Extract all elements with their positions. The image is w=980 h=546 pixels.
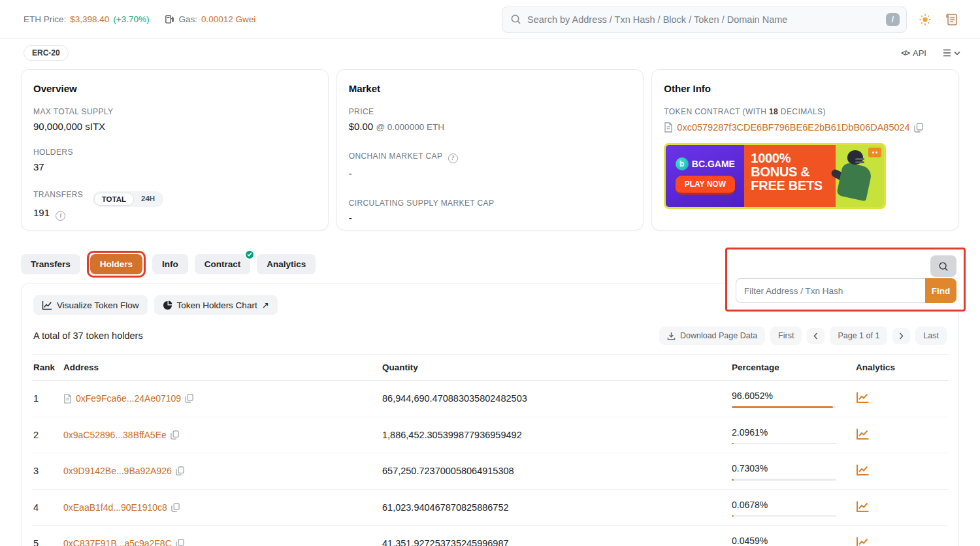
- circulating-cap-label: CIRCULATING SUPPLY MARKET CAP: [349, 199, 632, 208]
- tab-contract[interactable]: Contract: [195, 254, 251, 274]
- annotation-box-filter: Find: [725, 248, 966, 312]
- analytics-chart-button[interactable]: [856, 464, 870, 476]
- copy-address-button[interactable]: [914, 123, 923, 133]
- theme-toggle-button[interactable]: [917, 12, 933, 27]
- question-icon[interactable]: ?: [448, 153, 458, 163]
- eth-price-label: ETH Price:: [24, 14, 66, 24]
- table-row: 4 0xEaaB1f4d...90E1910c8: [32, 489, 948, 526]
- tab-info[interactable]: Info: [152, 254, 188, 274]
- price-eth: @ 0.000000 ETH: [376, 122, 444, 132]
- analytics-chart-button[interactable]: [856, 428, 870, 440]
- line-chart-icon: [856, 391, 870, 404]
- other-info-title: Other Info: [664, 83, 947, 94]
- tab-analytics[interactable]: Analytics: [257, 254, 316, 274]
- holder-quantity: 1,886,452.305399877936959492: [381, 417, 730, 453]
- contract-file-icon: [63, 394, 72, 404]
- filter-address-input[interactable]: [736, 278, 925, 303]
- holder-rank: 4: [32, 489, 62, 526]
- copy-address-button[interactable]: [171, 430, 179, 440]
- percentage-bar: [732, 406, 836, 408]
- token-type-badge: ERC-20: [24, 45, 69, 61]
- transfers-toggle: TOTAL 24H: [93, 191, 163, 207]
- holder-address-link[interactable]: 0xC837F91B...a5c9a2F8C: [63, 538, 172, 546]
- token-holders-chart-button[interactable]: Token Holders Chart ↗: [154, 295, 278, 315]
- copy-address-button[interactable]: [176, 466, 184, 475]
- download-page-data-button[interactable]: Download Page Data: [659, 327, 765, 345]
- ad-corner-badge: [868, 148, 881, 157]
- copy-icon: [185, 394, 193, 403]
- other-info-card: Other Info TOKEN CONTRACT (WITH 18 DECIM…: [651, 69, 959, 231]
- analytics-chart-button[interactable]: [856, 391, 870, 404]
- chevron-left-icon: [813, 332, 818, 340]
- tab-holders[interactable]: Holders: [90, 254, 142, 274]
- holder-rank: 5: [32, 526, 62, 546]
- search-input[interactable]: [527, 14, 880, 25]
- chevron-down-icon: [954, 51, 960, 56]
- contract-file-icon: [664, 122, 673, 133]
- code-icon: </>: [901, 49, 909, 57]
- analytics-chart-button[interactable]: [856, 500, 870, 513]
- header-address: Address: [62, 355, 381, 381]
- last-page-button[interactable]: Last: [915, 327, 947, 345]
- copy-icon: [914, 123, 923, 133]
- holder-address-link[interactable]: 0xFe9Fca6e...24Ae07109: [76, 393, 181, 404]
- api-link[interactable]: </> API: [901, 48, 926, 58]
- copy-address-button[interactable]: [185, 394, 193, 403]
- search-shortcut-badge: /: [886, 13, 900, 26]
- price-usd: $0.00: [349, 121, 374, 132]
- toggle-total[interactable]: TOTAL: [94, 193, 134, 206]
- find-button[interactable]: Find: [925, 278, 956, 303]
- annotation-box-holders: Holders: [87, 251, 146, 278]
- view-options-button[interactable]: [941, 48, 960, 57]
- scroll-icon: [945, 12, 959, 27]
- holder-address-link[interactable]: 0x9D9142Be...9Ba92A926: [63, 466, 172, 476]
- prev-page-button[interactable]: [807, 328, 825, 344]
- onchain-cap-label: ONCHAIN MARKET CAP: [349, 152, 442, 161]
- next-page-button[interactable]: [892, 328, 910, 344]
- network-scroll-button[interactable]: [943, 11, 960, 28]
- ad-line-1: 1000%: [751, 152, 836, 165]
- holder-percentage: 2.0961%: [732, 427, 855, 438]
- table-row: 1 0xFe9Fca6e...24Ae07109: [32, 381, 948, 417]
- onchain-cap-value: -: [349, 168, 632, 179]
- copy-address-button[interactable]: [171, 503, 180, 512]
- global-search[interactable]: /: [502, 7, 907, 33]
- max-supply-value: 90,000,000 sITX: [33, 121, 316, 132]
- circulating-cap-value: -: [349, 212, 632, 223]
- first-page-button[interactable]: First: [770, 327, 802, 345]
- analytics-chart-button[interactable]: [856, 536, 870, 546]
- holders-table: Rank Address Quantity Percentage Analyti…: [32, 354, 948, 546]
- search-icon: [938, 261, 949, 272]
- table-row: 3 0x9D9142Be...9Ba92A926: [32, 453, 948, 490]
- copy-icon: [176, 466, 184, 475]
- token-contract-address[interactable]: 0xc0579287f3CDE6BF796BE6E2bB61DbB06DA850…: [677, 122, 909, 133]
- line-chart-icon: [856, 464, 870, 476]
- filter-search-button[interactable]: [930, 255, 956, 277]
- overview-card: Overview MAX TOTAL SUPPLY 90,000,000 sIT…: [21, 69, 329, 231]
- holder-address-link[interactable]: 0x9aC52896...38BffA5Ee: [63, 430, 167, 440]
- visualize-label: Visualize Token Flow: [57, 300, 139, 310]
- eth-price-value[interactable]: $3,398.40: [70, 14, 109, 24]
- holder-quantity: 86,944,690.470883035802482503: [381, 381, 730, 417]
- topbar: ETH Price: $3,398.40 (+3.70%) Gas: 0.000…: [0, 0, 980, 39]
- holders-panel: Visualize Token Flow Token Holders Chart…: [21, 283, 959, 546]
- gas-value[interactable]: 0.00012 Gwei: [201, 14, 255, 24]
- copy-address-button[interactable]: [176, 539, 184, 546]
- percentage-bar: [732, 515, 836, 517]
- header-quantity: Quantity: [381, 355, 730, 381]
- play-now-button[interactable]: PLAY NOW: [676, 176, 735, 195]
- holder-address-link[interactable]: 0xEaaB1f4d...90E1910c8: [63, 502, 167, 513]
- page-indicator: Page 1 of 1: [830, 327, 887, 345]
- info-icon[interactable]: i: [56, 211, 65, 221]
- chevron-right-icon: [899, 332, 904, 340]
- ad-line-2: BONUS &: [751, 165, 836, 179]
- holder-percentage: 0.0459%: [732, 536, 855, 546]
- tab-transfers[interactable]: Transfers: [21, 254, 80, 274]
- toggle-24h[interactable]: 24H: [134, 193, 162, 206]
- holder-percentage: 0.0678%: [732, 500, 855, 510]
- holder-rank: 3: [32, 453, 62, 490]
- ad-banner[interactable]: b BC.GAME PLAY NOW 1000% BONUS & FREE BE…: [664, 143, 886, 209]
- copy-icon: [171, 430, 179, 440]
- holder-percentage: 0.7303%: [732, 463, 855, 474]
- visualize-token-flow-button[interactable]: Visualize Token Flow: [33, 295, 148, 315]
